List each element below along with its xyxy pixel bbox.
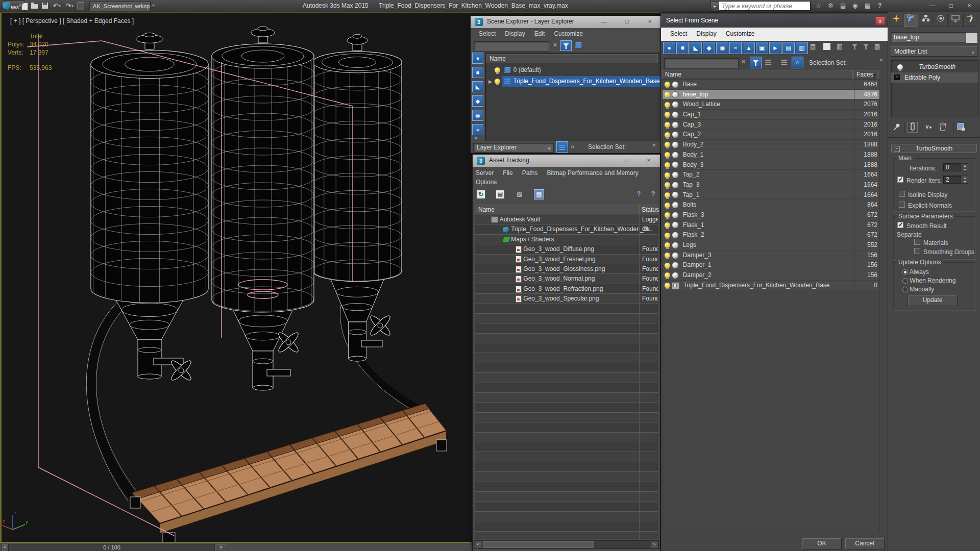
remove-modifier-icon[interactable] <box>939 122 946 133</box>
make-unique-icon[interactable]: ∨■ <box>925 123 932 130</box>
strip-more-icon[interactable]: » <box>474 134 478 141</box>
expand-plus-icon[interactable]: + <box>894 74 900 80</box>
open-file-icon[interactable] <box>31 4 38 9</box>
menu-item-bitmap-performance-and-memory[interactable]: Bitmap Performance and Memory <box>547 169 638 177</box>
menu-item-edit[interactable]: Edit <box>534 30 545 37</box>
object-row[interactable]: Body_11888 <box>663 150 879 160</box>
display-space-warps-icon[interactable]: ≈ <box>472 124 483 135</box>
asset-row[interactable]: Autodesk VaultLogged <box>475 215 658 224</box>
object-row[interactable]: Body_21888 <box>663 140 879 150</box>
filter-space-warps-icon[interactable]: ≈ <box>729 42 742 54</box>
visibility-bulb-icon[interactable] <box>665 283 670 288</box>
object-row[interactable]: Flask_1672 <box>663 220 879 231</box>
path-view-icon[interactable]: ▧ <box>516 190 524 198</box>
asset-row[interactable]: Maps / Shaders <box>475 235 658 244</box>
menu-item-select[interactable]: Select <box>670 28 687 40</box>
advanced-filter-icon[interactable] <box>575 41 582 48</box>
stack-item-editable-poly[interactable]: + Editable Poly <box>891 72 978 83</box>
filter-shapes-icon[interactable]: ■ <box>676 42 689 54</box>
filter-bone-objects-icon[interactable]: ► <box>769 42 781 54</box>
hierarchy-view-button[interactable]: ⌂ <box>792 57 803 68</box>
settings-icon[interactable]: ⚙ <box>828 2 834 9</box>
workspace-dropdown[interactable]: AK_Screenshot_wrksp ▾ <box>89 2 151 11</box>
object-row[interactable]: Cap_22016 <box>663 130 879 140</box>
tab-motion[interactable] <box>934 14 948 27</box>
asset-row[interactable]: Geo_3_wood_Fresnel.pngFound <box>475 255 658 264</box>
sfs-search-input[interactable] <box>664 58 739 68</box>
minimize-button[interactable]: — <box>598 18 609 26</box>
collapse-minus-icon[interactable]: − <box>894 146 900 152</box>
list-view-icon[interactable]: ▤ <box>496 190 504 198</box>
display-lights-icon[interactable]: ◣ <box>472 81 483 92</box>
visibility-bulb-icon[interactable] <box>665 263 670 268</box>
visibility-bulb-icon[interactable] <box>665 212 670 218</box>
visibility-bulb-icon[interactable] <box>665 122 670 128</box>
render-iters-spinner[interactable]: ▲▼ <box>962 176 968 184</box>
toolbar-more-icon[interactable]: » <box>879 56 883 63</box>
object-row[interactable]: Damper_2156 <box>663 270 879 281</box>
infocenter-search-input[interactable] <box>719 1 811 11</box>
menu-item-select[interactable]: Select <box>479 30 496 37</box>
menu-item-display[interactable]: Display <box>696 28 716 40</box>
menu-item-display[interactable]: Display <box>505 30 525 37</box>
object-row[interactable]: Flask_2672 <box>663 230 879 240</box>
communication-center-icon[interactable]: ◉ <box>852 2 857 9</box>
sign-in-icon[interactable]: ☆ <box>816 2 821 9</box>
update-button[interactable]: Update <box>908 295 958 306</box>
undo-dropdown-arrow-icon[interactable]: ▾ <box>58 2 62 11</box>
visibility-bulb-icon[interactable] <box>665 203 670 208</box>
filter-xrefs-icon[interactable]: ▣ <box>756 42 768 54</box>
layer-mode-button[interactable] <box>556 141 568 153</box>
object-row[interactable]: Legs552 <box>663 240 879 251</box>
tab-modify[interactable] <box>904 14 918 27</box>
menu-item-file[interactable]: File <box>503 169 512 177</box>
visibility-bulb-icon[interactable] <box>665 142 670 147</box>
visibility-bulb-icon[interactable] <box>665 162 670 168</box>
project-toolbar-icon[interactable] <box>78 3 84 10</box>
layer-view-icon[interactable] <box>780 59 788 66</box>
iterations-spinner[interactable]: ▲▼ <box>962 163 968 171</box>
asset-row[interactable]: Geo_3_wood_Normal.pngFound <box>475 274 658 284</box>
radio-always[interactable]: Always <box>902 268 972 277</box>
object-row[interactable]: Wood_Lattice2076 <box>663 99 879 110</box>
visibility-bulb-icon[interactable] <box>665 242 670 248</box>
next-frame-button[interactable]: > <box>215 544 227 551</box>
radio-when-rendering[interactable]: When Rendering <box>902 277 972 285</box>
close-button[interactable]: x <box>875 16 885 25</box>
help-community-icon[interactable]: ? <box>637 190 641 197</box>
toolbar-invert-icon[interactable]: ▥ <box>837 43 842 50</box>
show-end-result-icon[interactable] <box>908 122 918 133</box>
search-history-arrow-icon[interactable]: ▸ <box>710 1 719 12</box>
filter-containers-icon[interactable]: ▤ <box>782 42 795 54</box>
menu-item-server[interactable]: Server <box>476 169 494 177</box>
refresh-icon[interactable]: ↻ <box>477 190 485 198</box>
visibility-bulb-icon[interactable] <box>665 222 670 228</box>
tab-hierarchy[interactable] <box>919 14 933 27</box>
object-row[interactable]: base_top4876 <box>663 90 879 100</box>
display-helpers-icon[interactable]: ◉ <box>472 110 483 121</box>
clear-search-icon[interactable]: × <box>553 41 557 48</box>
asset-row[interactable]: Triple_Food_Dispensers_For_Kitchen_Woode… <box>475 224 658 234</box>
object-row[interactable]: Tap_31664 <box>663 180 879 190</box>
visibility-bulb-icon[interactable] <box>665 82 670 87</box>
scroll-left-icon[interactable]: < <box>475 541 482 548</box>
filter-groups-icon[interactable]: ▲ <box>743 42 755 54</box>
asset-row[interactable]: Geo_3_wood_Specular.pngFound <box>475 294 658 304</box>
asset-status-column-header[interactable]: Status <box>639 205 658 214</box>
render-iters-checkbox[interactable] <box>897 177 903 183</box>
isoline-display-checkbox[interactable] <box>899 191 905 197</box>
display-geometry-icon[interactable]: ● <box>472 53 483 64</box>
visibility-bulb-icon[interactable] <box>665 233 670 238</box>
turbosmooth-rollout-header[interactable]: − TurboSmooth <box>891 144 977 153</box>
prev-frame-button[interactable]: < <box>2 544 9 551</box>
iterations-field[interactable]: 0 <box>943 163 961 171</box>
display-cameras-icon[interactable]: ◆ <box>472 95 483 107</box>
visibility-bulb-icon[interactable] <box>665 152 670 158</box>
scrollbar-thumb[interactable] <box>483 541 594 548</box>
object-name-field[interactable] <box>891 32 968 42</box>
close-button[interactable]: × <box>643 157 654 165</box>
toolbar-none-icon[interactable] <box>823 43 830 50</box>
visibility-bulb-icon[interactable] <box>665 182 670 188</box>
menu-item-customize[interactable]: Customize <box>554 30 583 37</box>
explorer-mode-dropdown[interactable]: Layer Explorer ▼ <box>473 143 554 153</box>
